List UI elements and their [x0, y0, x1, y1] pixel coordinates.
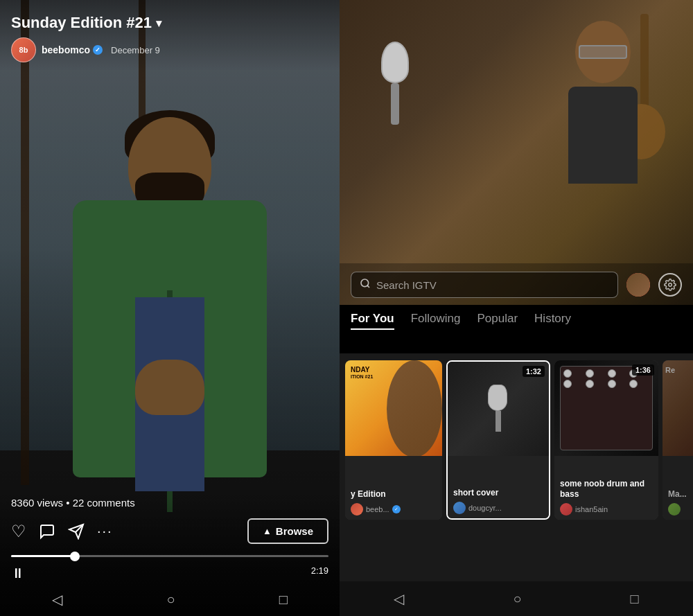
person-head	[128, 117, 211, 214]
knob-7	[608, 380, 616, 388]
glasses	[579, 45, 627, 59]
knob-5	[563, 380, 572, 388]
progress-bar-background[interactable]	[11, 555, 328, 557]
browse-button[interactable]: ▲ Browse	[247, 518, 328, 544]
left-bottom-nav: ◁ ○ □	[0, 588, 340, 610]
thumb2-microphone	[488, 385, 509, 433]
svg-point-4	[669, 283, 672, 287]
mic-body	[391, 83, 399, 125]
studio-video-background	[340, 0, 693, 305]
thumb4-image: Re	[663, 360, 693, 456]
person-body	[73, 200, 267, 477]
progress-thumb[interactable]	[70, 552, 80, 561]
mic-head	[381, 42, 409, 83]
thumb3-info: some noob drum and bass ishan5ain	[554, 456, 658, 520]
channel-avatar[interactable]: 8b	[11, 37, 36, 62]
right-back-button[interactable]: ◁	[385, 588, 412, 610]
avatar-image	[626, 273, 650, 297]
thumb2-channel: dougcyr...	[453, 502, 543, 514]
comment-button[interactable]	[39, 523, 55, 540]
studio-person-head	[575, 21, 631, 83]
duration-badge-3: 1:36	[632, 364, 654, 376]
search-overlay: Search IGTV	[340, 263, 693, 306]
thumb2-mic-head	[488, 385, 507, 411]
right-igtv-panel: Search IGTV For You Following Popular Hi…	[340, 0, 693, 616]
channel-name[interactable]: beebomco ✓	[42, 44, 103, 55]
search-bar[interactable]: Search IGTV	[351, 272, 618, 298]
right-recents-button[interactable]: □	[622, 588, 647, 610]
knob-3	[608, 369, 616, 378]
time-left: ⏸	[11, 565, 25, 581]
pause-button[interactable]: ⏸	[11, 565, 25, 581]
thumb1-info: y Edition beeb... ✓	[345, 456, 442, 520]
settings-icon[interactable]	[658, 273, 682, 297]
thumb1-channel: beeb... ✓	[351, 503, 437, 516]
microphone-prop	[381, 42, 409, 125]
knob-2	[586, 369, 594, 378]
video-header: Sunday Edition #21 ▾ 8b beebomco ✓ Decem…	[0, 0, 340, 71]
video-title[interactable]: Sunday Edition #21 ▾	[11, 14, 328, 32]
thumbnail-card-2[interactable]: 1:32 short cover dougcyr...	[446, 360, 550, 520]
thumbnail-card-3[interactable]: 1:36 some noob drum and bass ishan5ain	[554, 360, 658, 520]
thumb4-channel	[668, 503, 693, 516]
thumb3-channel-avatar	[560, 503, 572, 516]
knob-1	[563, 369, 572, 378]
thumb1-channel-avatar	[351, 503, 363, 516]
thumb1-image: NDAY ITION #21	[345, 360, 442, 456]
thumb1-person	[387, 360, 442, 456]
channel-info: 8b beebomco ✓ December 9	[11, 37, 328, 62]
thumb4-channel-avatar	[668, 503, 681, 516]
user-avatar[interactable]	[626, 273, 650, 297]
recents-nav-button[interactable]: □	[271, 589, 296, 610]
svg-point-2	[361, 279, 369, 287]
browse-arrow-icon: ▲	[263, 526, 272, 536]
tabs-row: For You Following Popular History	[340, 312, 693, 337]
actions-row: ♡ ··· ▲ Browse	[0, 518, 340, 544]
back-nav-button[interactable]: ◁	[44, 588, 71, 610]
studio-person-figure	[575, 21, 638, 184]
thumb1-title: y Edition	[351, 489, 437, 500]
person-hands	[135, 360, 204, 415]
dropdown-arrow-icon[interactable]: ▾	[156, 17, 161, 30]
search-icon	[360, 278, 371, 292]
thumb3-image: 1:36	[554, 360, 658, 456]
more-button[interactable]: ···	[97, 523, 113, 539]
thumb3-channel: ishan5ain	[560, 503, 653, 516]
video-date: December 9	[111, 45, 160, 55]
verified-badge-icon: ✓	[93, 45, 103, 55]
share-button[interactable]	[68, 523, 85, 540]
tab-popular[interactable]: Popular	[477, 312, 518, 330]
thumb2-image: 1:32	[448, 362, 549, 456]
views-comments: 8360 views • 22 comments	[0, 497, 340, 509]
thumb4-title: Ma...	[668, 489, 693, 500]
total-time: 2:19	[311, 565, 328, 581]
progress-container	[0, 555, 340, 557]
right-home-button[interactable]: ○	[505, 588, 529, 610]
knob-8	[629, 380, 638, 388]
thumbnail-card-1[interactable]: NDAY ITION #21 y Edition beeb... ✓	[345, 360, 442, 520]
tab-for-you[interactable]: For You	[351, 312, 394, 330]
thumb4-info: Ma...	[663, 456, 693, 520]
progress-bar-fill	[11, 555, 75, 557]
time-row: ⏸ 2:19	[0, 563, 340, 581]
like-button[interactable]: ♡	[11, 522, 26, 541]
thumb3-title: some noob drum and bass	[560, 479, 653, 500]
studio-person-body	[568, 87, 638, 184]
search-row: Search IGTV	[351, 272, 682, 298]
thumbnail-card-4[interactable]: Re Ma...	[663, 360, 693, 520]
left-video-panel: Sunday Edition #21 ▾ 8b beebomco ✓ Decem…	[0, 0, 340, 616]
thumb2-mic-stand	[495, 411, 501, 432]
guitar-neck	[640, 14, 649, 111]
thumb2-title: short cover	[453, 488, 543, 499]
thumb2-channel-avatar	[453, 502, 466, 514]
tab-history[interactable]: History	[534, 312, 571, 330]
home-nav-button[interactable]: ○	[158, 589, 183, 610]
duration-badge-2: 1:32	[523, 366, 545, 377]
person-figure	[45, 117, 295, 533]
thumb1-verified-icon: ✓	[392, 505, 401, 513]
thumb4-text: Re	[665, 366, 675, 374]
thumb1-text: NDAY ITION #21	[351, 366, 373, 380]
tab-following[interactable]: Following	[411, 312, 461, 330]
right-bottom-nav: ◁ ○ □	[340, 581, 693, 616]
video-title-text: Sunday Edition #21	[11, 14, 152, 32]
